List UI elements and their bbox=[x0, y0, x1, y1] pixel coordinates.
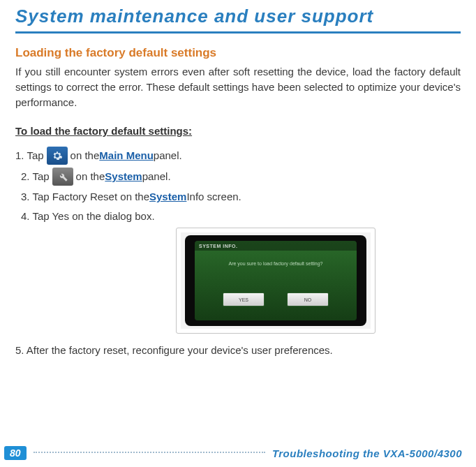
settings-gear-icon bbox=[47, 147, 68, 165]
step-1-text-a: 1. Tap bbox=[15, 147, 44, 164]
device-dialog-message: Are you sure to load factory default set… bbox=[223, 260, 329, 267]
device-no-button: NO bbox=[287, 292, 329, 306]
chapter-title: System maintenance and user support bbox=[15, 6, 461, 27]
main-menu-link[interactable]: Main Menu bbox=[99, 147, 154, 164]
step-3: 3. Tap Factory Reset on the System Info … bbox=[21, 188, 461, 205]
step-2-text-b: on the bbox=[76, 168, 105, 185]
device-yes-button: YES bbox=[223, 292, 265, 306]
page-footer: 80 Troubleshooting the VXA-5000/4300 bbox=[0, 446, 476, 460]
step-3-text-b: Info screen. bbox=[186, 188, 241, 205]
step-2: 2. Tap on the System panel. bbox=[21, 168, 461, 186]
device-screenshot: SYSTEM INFO. Are you sure to load factor… bbox=[176, 228, 375, 334]
section-title: Loading the factory default settings bbox=[15, 46, 461, 60]
step-1: 1. Tap on the Main Menu panel. bbox=[15, 147, 461, 165]
step-1-text-b: on the bbox=[70, 147, 100, 164]
procedure-heading: To load the factory default settings: bbox=[15, 125, 461, 137]
step-3-text-a: 3. Tap Factory Reset on the bbox=[21, 188, 149, 205]
system-panel-link[interactable]: System bbox=[105, 168, 142, 185]
step-5: 5. After the factory reset, reconfigure … bbox=[15, 342, 461, 359]
step-2-text-c: panel. bbox=[142, 168, 171, 185]
section-intro: If you still encounter system errors eve… bbox=[15, 64, 461, 110]
system-tool-icon bbox=[52, 168, 73, 186]
step-2-text-a: 2. Tap bbox=[21, 168, 50, 185]
footer-chapter-label: Troubleshooting the VXA-5000/4300 bbox=[272, 447, 462, 459]
step-1-text-c: panel. bbox=[154, 147, 182, 164]
page-number-badge: 80 bbox=[4, 446, 27, 460]
device-screen-title: SYSTEM INFO. bbox=[199, 242, 237, 250]
chapter-header: System maintenance and user support bbox=[15, 6, 461, 34]
system-info-link[interactable]: System bbox=[149, 188, 186, 205]
step-4: 4. Tap Yes on the dialog box. bbox=[21, 208, 461, 225]
step-list: 1. Tap on the Main Menu panel. 2. Tap on… bbox=[15, 147, 461, 359]
footer-dotted-rule bbox=[34, 451, 265, 453]
